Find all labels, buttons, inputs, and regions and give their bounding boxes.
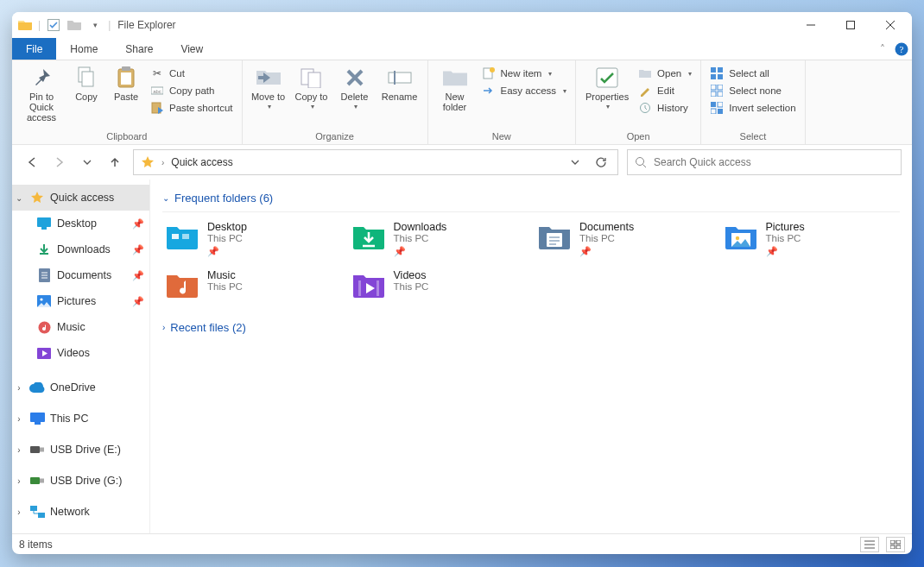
svg-rect-23 (597, 68, 617, 87)
cut-button[interactable]: ✂Cut (149, 66, 235, 81)
group-frequent-folders[interactable]: ⌄ Frequent folders (6) (162, 188, 900, 212)
svg-rect-55 (40, 479, 44, 483)
folder-tile[interactable]: Desktop This PC 📌 (162, 219, 342, 259)
move-to-button[interactable]: Move to▾ (250, 64, 288, 111)
sidebar-this-pc[interactable]: › This PC (12, 406, 149, 432)
forward-button[interactable] (50, 153, 69, 172)
chevron-right-icon: › (14, 507, 24, 517)
svg-rect-31 (711, 91, 716, 97)
copy-to-button[interactable]: Copy to▾ (293, 64, 331, 111)
rename-button[interactable]: Rename (379, 64, 421, 102)
folder-name: Videos (394, 269, 429, 281)
monitor-icon (29, 411, 45, 426)
file-explorer-window: | ▾ | File Explorer File Home Share View… (12, 12, 912, 554)
folder-tile[interactable]: Videos This PC (349, 268, 528, 302)
search-icon (635, 156, 647, 168)
chevron-right-icon: › (14, 445, 24, 455)
group-recent-files[interactable]: › Recent files (2) (162, 318, 900, 341)
folder-tile[interactable]: Documents This PC 📌 (535, 219, 714, 259)
sidebar-quick-access[interactable]: ⌄ Quick access (12, 185, 149, 211)
collapse-ribbon-button[interactable]: ˄ (874, 38, 891, 60)
maximize-button[interactable] (831, 12, 870, 38)
folder-tile[interactable]: Music This PC (162, 268, 342, 302)
open-icon (638, 66, 652, 80)
select-none-button[interactable]: Select none (708, 83, 797, 98)
details-view-button[interactable] (860, 537, 879, 552)
pin-to-quick-access-button[interactable]: Pin to Quick access (19, 64, 64, 123)
copy-path-button[interactable]: abcCopy path (149, 83, 235, 98)
svg-line-38 (643, 165, 647, 168)
new-item-button[interactable]: New item▾ (480, 66, 569, 81)
search-box[interactable] (627, 149, 902, 175)
svg-rect-19 (389, 72, 411, 83)
back-button[interactable] (22, 153, 41, 172)
svg-rect-68 (377, 280, 379, 296)
paste-shortcut-button[interactable]: Paste shortcut (149, 100, 235, 116)
sidebar-usb-e[interactable]: › USB Drive (E:) (12, 437, 149, 463)
folder-location: This PC (579, 233, 634, 243)
tab-home[interactable]: Home (56, 38, 111, 60)
easy-access-button[interactable]: Easy access▾ (480, 83, 569, 98)
network-icon (29, 504, 45, 520)
select-all-button[interactable]: Select all (708, 66, 797, 81)
sidebar-item-downloads[interactable]: Downloads 📌 (12, 236, 149, 262)
svg-point-47 (40, 298, 42, 300)
folder-location: This PC (207, 281, 243, 292)
svg-rect-58 (172, 234, 179, 239)
close-button[interactable] (870, 12, 910, 38)
svg-rect-35 (711, 109, 716, 114)
history-button[interactable]: History (636, 100, 693, 116)
help-button[interactable]: ? (891, 38, 912, 60)
refresh-button[interactable] (592, 153, 611, 172)
folder-tile[interactable]: Pictures This PC 📌 (721, 219, 901, 259)
folder-location: This PC (207, 233, 247, 243)
large-icons-view-button[interactable] (886, 537, 905, 552)
properties-icon (595, 66, 619, 90)
invert-selection-button[interactable]: Invert selection (708, 100, 797, 116)
folder-name: Downloads (394, 221, 447, 233)
qat-dropdown-icon[interactable]: ▾ (87, 17, 103, 33)
copy-icon (74, 66, 98, 90)
svg-text:?: ? (900, 44, 904, 54)
svg-rect-36 (718, 109, 723, 114)
paste-button[interactable]: Paste (109, 64, 143, 102)
svg-rect-39 (37, 217, 51, 227)
tab-view[interactable]: View (167, 38, 217, 60)
sidebar-item-videos[interactable]: Videos (12, 340, 149, 366)
edit-button[interactable]: Edit (636, 83, 693, 98)
address-bar[interactable]: › Quick access (133, 149, 618, 175)
sidebar-onedrive[interactable]: › OneDrive (12, 375, 149, 400)
delete-button[interactable]: Delete▾ (336, 64, 374, 111)
folder-icon (351, 221, 387, 252)
new-folder-button[interactable]: New folder (435, 64, 475, 112)
svg-rect-72 (890, 540, 895, 544)
open-button[interactable]: Open▾ (636, 66, 693, 81)
edit-icon (638, 84, 652, 98)
chevron-right-icon: › (162, 323, 165, 332)
checkbox-icon[interactable] (46, 17, 61, 33)
sidebar-network[interactable]: › Network (12, 499, 149, 525)
folder-tile[interactable]: Downloads This PC 📌 (349, 219, 528, 259)
up-button[interactable] (105, 153, 124, 172)
sidebar-item-documents[interactable]: Documents 📌 (12, 262, 149, 288)
sidebar-item-pictures[interactable]: Pictures 📌 (12, 288, 149, 314)
breadcrumb[interactable]: Quick access (171, 156, 232, 168)
search-input[interactable] (654, 156, 894, 168)
tab-file[interactable]: File (12, 38, 56, 60)
pin-icon: 📌 (132, 296, 144, 307)
folder-gray-icon[interactable] (66, 17, 82, 33)
address-dropdown-button[interactable] (566, 153, 585, 172)
properties-button[interactable]: Properties▾ (583, 64, 631, 111)
pin-icon: 📌 (132, 218, 144, 230)
svg-rect-59 (182, 234, 189, 239)
minimize-button[interactable] (791, 12, 831, 38)
sidebar-usb-g[interactable]: › USB Drive (G:) (12, 468, 149, 494)
sidebar-item-desktop[interactable]: Desktop 📌 (12, 211, 149, 236)
recent-locations-button[interactable] (78, 153, 97, 172)
svg-rect-28 (718, 74, 723, 79)
folder-icon (723, 221, 759, 252)
easy-access-icon (482, 84, 496, 98)
sidebar-item-music[interactable]: Music (12, 314, 149, 340)
copy-button[interactable]: Copy (69, 64, 104, 102)
tab-share[interactable]: Share (111, 38, 167, 60)
